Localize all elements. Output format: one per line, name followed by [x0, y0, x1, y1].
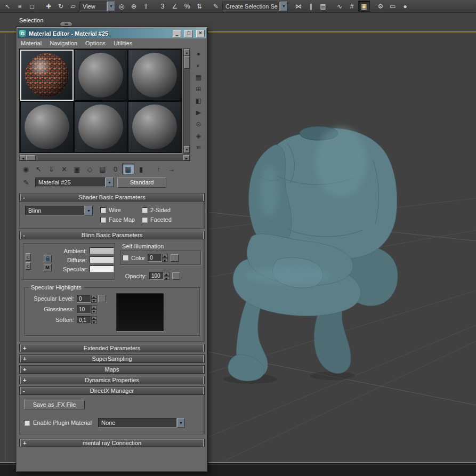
vertical-scroll-track[interactable]	[184, 69, 190, 146]
keyboard-override-icon[interactable]: ⇧	[140, 1, 152, 12]
diffuse-map-button[interactable]: M	[44, 264, 52, 271]
scroll-right-icon[interactable]: ▶	[183, 155, 190, 160]
glossiness-value[interactable]: 10	[77, 305, 91, 313]
snap-toggle-3d-icon[interactable]: 3	[157, 1, 168, 12]
rectangular-selection-region-icon[interactable]: ◻	[26, 1, 38, 12]
faceted-checkbox[interactable]	[142, 217, 148, 223]
put-to-library-icon[interactable]: ▤	[96, 164, 109, 174]
layer-manager-icon[interactable]: ▤	[317, 1, 329, 12]
sample-slot-1-selected[interactable]	[20, 50, 74, 101]
spinner-down-icon[interactable]	[162, 258, 168, 262]
material-editor-window[interactable]: G Material Editor - Material #25 _ □ ✕ M…	[16, 27, 208, 472]
material-name-dropdown[interactable]: Material #25 ▼	[35, 178, 114, 187]
self-illum-color-checkbox[interactable]	[123, 255, 128, 261]
spinner-down-icon[interactable]	[91, 309, 97, 313]
rollout-header-blinn[interactable]: - Blinn Basic Parameters	[19, 231, 205, 239]
go-forward-to-sibling-icon[interactable]: →	[165, 164, 178, 174]
horizontal-scroll-thumb[interactable]	[26, 155, 36, 160]
make-preview-icon[interactable]: ▶	[193, 108, 203, 117]
angle-snap-icon[interactable]: ∠	[169, 1, 181, 12]
material-editor-icon[interactable]: ▣	[358, 1, 370, 12]
select-and-scale-icon[interactable]: ▱	[67, 1, 79, 12]
rollout-header-supersampling[interactable]: + SuperSampling	[19, 354, 205, 363]
save-fx-file-button[interactable]: Save as .FX File	[24, 400, 85, 409]
sample-slot-4[interactable]	[20, 101, 74, 152]
chevron-down-icon[interactable]: ▼	[85, 206, 93, 215]
menu-utilities[interactable]: Utilities	[114, 40, 132, 46]
chevron-down-icon[interactable]: ▼	[280, 2, 288, 11]
window-titlebar[interactable]: G Material Editor - Material #25 _ □ ✕	[18, 28, 206, 38]
mirror-icon[interactable]: ⋈	[293, 1, 304, 12]
sample-slot-2[interactable]	[74, 50, 127, 101]
sample-uv-tiling-icon[interactable]: ⊞	[193, 84, 203, 93]
select-object-icon[interactable]: ↖	[2, 1, 13, 12]
scroll-up-icon[interactable]: ▲	[184, 49, 190, 56]
wire-checkbox[interactable]	[100, 207, 106, 213]
select-and-manipulate-icon[interactable]: ⊕	[128, 1, 140, 12]
material-map-navigator-icon[interactable]: ≋	[193, 143, 203, 152]
show-end-result-icon[interactable]: ▮	[135, 164, 147, 174]
rollout-header-directx-manager[interactable]: - DirectX Manager	[19, 386, 205, 395]
assign-material-to-selection-icon[interactable]: ⇓	[45, 164, 58, 174]
minimize-button[interactable]: _	[173, 30, 181, 37]
specular-level-map-button[interactable]	[98, 295, 106, 302]
select-by-material-icon[interactable]: ◈	[193, 131, 203, 140]
horizontal-scroll-track[interactable]	[36, 155, 183, 160]
spinner-down-icon[interactable]	[91, 320, 97, 324]
spinner-down-icon[interactable]	[91, 298, 97, 303]
enable-plugin-material-checkbox[interactable]	[24, 420, 30, 426]
lock-icon[interactable]	[44, 255, 52, 262]
make-unique-icon[interactable]: ◇	[84, 164, 96, 174]
self-illum-spinner[interactable]: 0	[148, 254, 168, 262]
specular-color-swatch[interactable]	[90, 265, 114, 272]
sample-slot-3[interactable]	[128, 50, 181, 101]
align-icon[interactable]: ∥	[305, 1, 317, 12]
percent-snap-icon[interactable]: %	[181, 1, 193, 12]
make-material-copy-icon[interactable]: ▣	[71, 164, 83, 174]
opacity-map-button[interactable]	[172, 272, 180, 280]
chevron-down-icon[interactable]: ▼	[177, 418, 185, 427]
close-button[interactable]: ✕	[196, 30, 205, 37]
menu-navigation[interactable]: Navigation	[50, 40, 77, 46]
scroll-left-icon[interactable]: ◀	[20, 155, 26, 160]
edit-named-selection-sets-icon[interactable]: ✎	[210, 1, 222, 12]
face-map-checkbox[interactable]	[100, 217, 106, 223]
put-material-to-scene-icon[interactable]: ↖	[33, 164, 45, 174]
spinner-up-icon[interactable]	[91, 316, 97, 320]
select-and-rotate-icon[interactable]: ↻	[55, 1, 67, 12]
rollout-header-mental-ray[interactable]: + mental ray Connection	[19, 439, 205, 447]
character-mesh[interactable]	[224, 126, 398, 384]
rollout-header-extended-parameters[interactable]: + Extended Parameters	[19, 344, 205, 352]
reset-map-icon[interactable]: ✕	[58, 164, 70, 174]
rollout-header-maps[interactable]: + Maps	[19, 365, 205, 374]
rollout-header-shader[interactable]: - Shader Basic Parameters	[19, 193, 205, 201]
opacity-value[interactable]: 100	[149, 272, 164, 280]
curve-editor-icon[interactable]: ∿	[334, 1, 345, 12]
rendered-frame-window-icon[interactable]: ▭	[387, 1, 399, 12]
spinner-up-icon[interactable]	[91, 305, 97, 310]
show-map-in-viewport-icon[interactable]: ▦	[122, 164, 134, 174]
rollout-header-dynamics-properties[interactable]: + Dynamics Properties	[19, 376, 205, 384]
spinner-up-icon[interactable]	[164, 272, 170, 276]
maximize-button[interactable]: □	[184, 30, 193, 37]
soften-spinner[interactable]: 0,1	[77, 316, 98, 324]
specular-level-spinner[interactable]: 0	[77, 295, 98, 303]
soften-value[interactable]: 0,1	[77, 316, 91, 324]
ambient-color-swatch[interactable]	[90, 247, 114, 254]
spinner-up-icon[interactable]	[91, 295, 97, 299]
select-and-move-icon[interactable]: ✚	[43, 1, 54, 12]
material-type-button[interactable]: Standard	[117, 178, 166, 188]
slots-vertical-scrollbar[interactable]: ▲ ▼	[183, 49, 190, 154]
spinner-snap-icon[interactable]: ⇅	[193, 1, 205, 12]
diffuse-specular-lock-icon[interactable]: C	[26, 262, 31, 270]
diffuse-color-swatch[interactable]	[90, 256, 114, 263]
backlight-icon[interactable]: ◐	[193, 61, 203, 70]
render-production-icon[interactable]: ●	[399, 1, 411, 12]
chevron-down-icon[interactable]: ▼	[106, 178, 114, 187]
chevron-down-icon[interactable]: ▼	[107, 2, 115, 11]
opacity-spinner[interactable]: 100	[149, 272, 170, 280]
pick-material-eyedropper-icon[interactable]: ✎	[21, 177, 31, 188]
named-selection-flyout-button[interactable]	[60, 22, 72, 27]
ambient-diffuse-lock-icon[interactable]: C	[26, 253, 31, 261]
sample-slot-6[interactable]	[128, 101, 181, 152]
